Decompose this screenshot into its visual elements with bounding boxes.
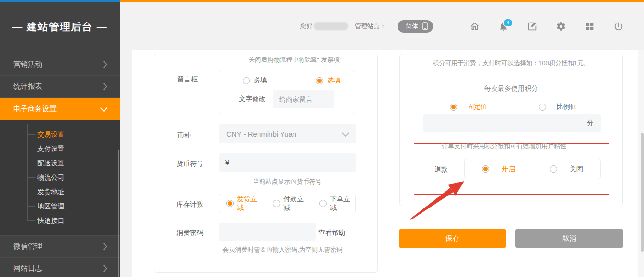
currency-label: 币种 <box>177 131 191 140</box>
greeting-text: 您好 <box>300 22 313 31</box>
top-header: 您好 管理站点： 简体 4 <box>120 2 644 50</box>
consume-password-help: 会员消费时需要的输入密码,为空则无需密码 <box>188 245 377 254</box>
cancel-button[interactable]: 取消 <box>515 229 623 248</box>
apps-grid-icon[interactable] <box>585 21 595 32</box>
radio-ship-deduct-label[interactable]: 发货立减 <box>237 195 262 212</box>
radio-order-deduct[interactable] <box>319 200 327 207</box>
trade-settings-card: 关闭后购物流程中将隐藏“ 发票项” 留言框 必填 选填 文字修改 币种 CNY … <box>154 54 378 273</box>
chevron-right-icon <box>100 243 108 251</box>
chevron-right-icon <box>100 265 108 273</box>
radio-ratio-value-label[interactable]: 比例值 <box>557 103 577 111</box>
merchant-message-input[interactable] <box>273 90 334 108</box>
language-label: 简体 <box>406 22 418 31</box>
currency-symbol-help: 当前站点显示的货币符号 <box>219 177 356 186</box>
stock-count-group: 发货立减 付款立减 下单立减 <box>219 194 356 213</box>
sidebar-item-ecommerce-settings[interactable]: 电子商务设置 <box>0 98 120 120</box>
currency-symbol-input[interactable] <box>219 153 356 172</box>
points-unit: 分 <box>587 119 594 127</box>
merchant-message-input-wrap <box>273 90 334 108</box>
power-logout-icon[interactable] <box>613 21 624 32</box>
sidebar-nav: 营销活动 统计报表 电子商务设置 交易设置 支付设置 配送设置 物流公司 发货地… <box>0 54 120 277</box>
language-switch-button[interactable]: 简体 <box>398 20 433 33</box>
points-sticky-note: 订单支付时采用积分抵扣可有效增加用户粘性 <box>400 142 608 150</box>
submenu-item-payment-settings[interactable]: 支付设置 <box>0 141 120 156</box>
home-icon[interactable] <box>469 21 480 32</box>
consume-password-label: 消费密码 <box>176 229 203 237</box>
value-type-row: 固定值 比例值 <box>400 100 622 114</box>
settings-gear-icon[interactable] <box>556 21 566 32</box>
chevron-down-icon <box>100 104 108 112</box>
username-redacted <box>314 22 348 30</box>
ecommerce-submenu: 交易设置 支付设置 配送设置 物流公司 发货地址 地区管理 快递接口 <box>0 120 120 236</box>
invoice-hidden-note: 关闭后购物流程中将隐藏“ 发票项” <box>217 56 374 64</box>
refund-off-choice: 关闭 <box>533 159 601 179</box>
currency-selected-value: CNY - Renminbi Yuan <box>226 130 296 138</box>
view-help-link[interactable]: 查看帮助 <box>318 229 345 237</box>
message-required-row: 必填 选填 <box>219 70 355 85</box>
chevron-down-icon <box>342 129 350 137</box>
currency-symbol-input-wrap <box>219 153 356 172</box>
sidebar-item-marketing[interactable]: 营销活动 <box>0 54 120 76</box>
points-usage-note: 积分可用于消费，支付时可以选择如：100积分抵扣1元。 <box>400 59 622 68</box>
chevron-right-icon <box>100 61 108 69</box>
chevron-right-icon <box>100 83 108 91</box>
page-scrollbar-thumb[interactable] <box>641 133 644 252</box>
consume-password-input-wrap <box>219 223 316 241</box>
radio-optional-label[interactable]: 选填 <box>327 76 340 85</box>
submenu-item-express-api[interactable]: 快递接口 <box>0 213 120 228</box>
radio-optional[interactable] <box>316 77 323 84</box>
sidebar-item-label: 网站日志 <box>13 264 42 273</box>
radio-refund-off[interactable] <box>550 165 557 173</box>
sidebar-item-wechat[interactable]: 微信管理 <box>0 236 120 258</box>
max-points-input-wrap: 分 <box>423 114 601 132</box>
max-points-label: 每次最多使用积分 <box>400 84 622 93</box>
edit-icon[interactable] <box>527 21 538 32</box>
currency-select[interactable]: CNY - Renminbi Yuan <box>219 124 356 143</box>
points-settings-card: 积分可用于消费，支付时可以选择如：100积分抵扣1元。 每次最多使用积分 固定值… <box>399 54 623 206</box>
message-box-label: 留言框 <box>177 75 198 84</box>
admin-app: — 建站管理后台 — 营销活动 统计报表 电子商务设置 交易设置 支付设置 配送… <box>0 0 644 277</box>
sidebar-item-label: 统计报表 <box>13 82 42 91</box>
radio-required-label[interactable]: 必填 <box>254 76 267 85</box>
save-button[interactable]: 保存 <box>399 229 506 248</box>
content-left-gutter <box>120 50 132 277</box>
sidebar-scrollbar[interactable] <box>118 150 119 277</box>
radio-required[interactable] <box>243 77 250 84</box>
radio-ship-deduct[interactable] <box>226 200 234 207</box>
refund-label: 退款 <box>434 165 448 174</box>
app-logo: — 建站管理后台 — <box>0 2 120 52</box>
radio-order-deduct-label[interactable]: 下单立减 <box>330 195 355 212</box>
sidebar: — 建站管理后台 — 营销活动 统计报表 电子商务设置 交易设置 支付设置 配送… <box>0 2 120 277</box>
refund-group: 开启 关闭 <box>464 159 601 179</box>
radio-refund-on[interactable] <box>482 165 489 173</box>
submenu-item-shipping-address[interactable]: 发货地址 <box>0 185 120 199</box>
radio-refund-on-label[interactable]: 开启 <box>502 165 515 173</box>
submenu-item-trade-settings[interactable]: 交易设置 <box>0 127 120 141</box>
sidebar-item-reports[interactable]: 统计报表 <box>0 76 120 98</box>
sidebar-item-label: 营销活动 <box>13 60 42 69</box>
ratio-value-choice: 比例值 <box>502 100 613 114</box>
notification-count-badge: 4 <box>503 18 513 27</box>
radio-refund-off-label[interactable]: 关闭 <box>570 165 583 173</box>
consume-password-input[interactable] <box>219 223 316 241</box>
radio-ratio-value[interactable] <box>539 104 546 111</box>
managed-site-label: 管理站点： <box>355 22 386 31</box>
sidebar-item-label: 微信管理 <box>13 242 42 251</box>
sidebar-item-site-logs[interactable]: 网站日志 <box>0 258 120 277</box>
refund-on-choice: 开启 <box>465 159 533 179</box>
submenu-item-delivery-settings[interactable]: 配送设置 <box>0 156 120 170</box>
radio-pay-deduct[interactable] <box>273 200 280 207</box>
sidebar-item-label: 电子商务设置 <box>13 104 57 114</box>
radio-fixed-value[interactable] <box>450 104 457 111</box>
radio-fixed-value-label[interactable]: 固定值 <box>468 103 488 111</box>
submenu-item-logistics-company[interactable]: 物流公司 <box>0 170 120 185</box>
max-points-input[interactable] <box>423 114 601 132</box>
submenu-item-region-management[interactable]: 地区管理 <box>0 199 120 213</box>
text-edit-label: 文字修改 <box>239 95 266 104</box>
currency-symbol-label: 货币符号 <box>176 160 203 168</box>
message-box-group: 必填 选填 文字修改 <box>219 70 355 115</box>
notifications-bell-icon[interactable]: 4 <box>498 21 509 32</box>
stock-count-label: 库存计数 <box>176 200 203 209</box>
radio-pay-deduct-label[interactable]: 付款立减 <box>283 195 309 212</box>
mobile-phone-icon <box>422 22 428 30</box>
